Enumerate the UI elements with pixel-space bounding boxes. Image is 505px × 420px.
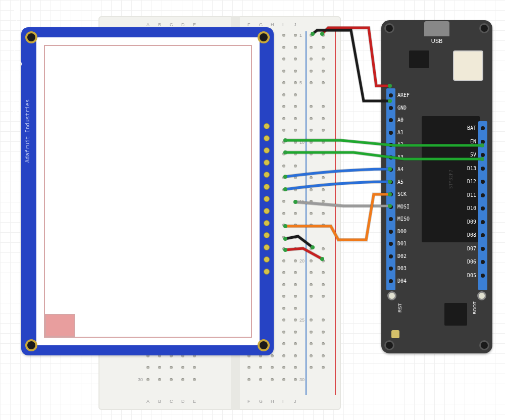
mounting-hole bbox=[258, 339, 270, 351]
mcu-pin-label: A1 bbox=[397, 130, 403, 135]
mcu-pin-label: A2 bbox=[397, 142, 403, 147]
chip-label: STM32F7 bbox=[448, 170, 453, 189]
mcu-pin-d11 bbox=[481, 193, 485, 197]
mcu-pin-d02 bbox=[389, 254, 393, 258]
bb-row-label: 5 bbox=[299, 80, 302, 85]
mcu-mounting-hole bbox=[479, 23, 489, 33]
mcu-mounting-hole bbox=[479, 340, 489, 350]
mcu-small-chip bbox=[409, 50, 429, 68]
eink-pin-3v3 bbox=[264, 244, 270, 250]
mcu-pin-label: MOSI bbox=[397, 204, 410, 209]
mcu-pin-label: D05 bbox=[467, 273, 476, 278]
eink-pin-label: VIN bbox=[254, 262, 259, 282]
mcu-right-header bbox=[478, 121, 487, 290]
mcu-pin-label: D11 bbox=[467, 192, 476, 198]
mcu-pin-5v bbox=[481, 153, 485, 157]
mcu-pin-gnd bbox=[389, 106, 393, 110]
usb-connector bbox=[424, 21, 449, 36]
mounting-hole bbox=[258, 31, 270, 43]
usb-label: USB bbox=[431, 38, 443, 44]
eink-title: 2.7" Diagonal E-Ink Display bbox=[10, 0, 22, 115]
mcu-board: USB STM32F7 AREFGNDA0A1A2A3A4A5SCKMOSIMI… bbox=[381, 20, 492, 353]
eink-pin-ecs bbox=[264, 196, 270, 202]
boot-button[interactable] bbox=[477, 291, 486, 300]
mcu-pin-mosi bbox=[389, 205, 393, 209]
mcu-pin-d04 bbox=[389, 279, 393, 283]
mcu-pin-label: A0 bbox=[397, 117, 403, 123]
mcu-pin-label: D00 bbox=[397, 229, 407, 234]
bb-row-label: 1 bbox=[299, 33, 302, 38]
mcu-pin-label: D10 bbox=[467, 205, 476, 211]
eink-pin-gnd bbox=[264, 256, 270, 262]
bb-row-label: 15 bbox=[299, 199, 305, 204]
mcu-pin-d07 bbox=[481, 247, 485, 251]
eink-pin-csk bbox=[264, 232, 270, 238]
eink-pin-busy bbox=[264, 135, 270, 141]
eink-subtitle: Adafruit Industries bbox=[24, 99, 31, 163]
mcu-pin-label: 5V bbox=[470, 152, 476, 158]
mcu-pin-label: AREF bbox=[397, 92, 410, 98]
mcu-pin-a3 bbox=[389, 155, 393, 160]
rst-label: RST bbox=[397, 303, 402, 312]
mcu-pin-label: D03 bbox=[397, 266, 407, 271]
bb-row-label: 25 bbox=[299, 318, 305, 323]
mcu-pin-label: A5 bbox=[397, 179, 403, 185]
mcu-pin-a4 bbox=[389, 168, 393, 172]
rst-button[interactable] bbox=[387, 291, 396, 300]
mcu-mounting-hole bbox=[384, 340, 394, 350]
mcu-pin-aref bbox=[389, 93, 393, 97]
mcu-pin-label: D08 bbox=[467, 232, 476, 238]
mcu-pin-bat bbox=[481, 126, 485, 130]
mcu-pin-en bbox=[481, 140, 485, 144]
mcu-pin-label: BAT bbox=[467, 125, 476, 131]
mcu-pin-label: D07 bbox=[467, 246, 476, 251]
mcu-pin-d05 bbox=[481, 274, 485, 278]
mcu-pin-label: MISO bbox=[397, 216, 410, 222]
mcu-pin-a5 bbox=[389, 180, 393, 184]
eink-pin-mosi bbox=[264, 208, 270, 214]
eink-corner-notch bbox=[45, 314, 75, 337]
eink-display-board: 2.7" Diagonal E-Ink Display Adafruit Ind… bbox=[21, 27, 274, 355]
eink-pin-srcs bbox=[264, 172, 270, 178]
eink-pin-dc bbox=[264, 184, 270, 190]
mcu-pin-label: GND bbox=[397, 105, 407, 111]
mcu-pin-label: D01 bbox=[397, 241, 407, 246]
mcu-pin-d00 bbox=[389, 230, 393, 234]
mcu-pin-a1 bbox=[389, 131, 393, 135]
boot-label: BOOT bbox=[472, 301, 477, 314]
mcu-pin-label: D06 bbox=[467, 259, 476, 265]
mcu-bottom-chip bbox=[444, 303, 467, 326]
mcu-mounting-hole bbox=[384, 23, 394, 33]
mcu-antenna-connector bbox=[391, 330, 399, 338]
mcu-pin-label: SCK bbox=[397, 191, 407, 197]
mcu-pin-label: D09 bbox=[467, 219, 476, 225]
bb-row-label: 30 bbox=[299, 377, 305, 382]
mcu-pin-label: A3 bbox=[397, 154, 403, 160]
mcu-pin-d01 bbox=[389, 242, 393, 246]
mcu-pin-label: A4 bbox=[397, 167, 403, 172]
eink-pin-rst bbox=[264, 147, 270, 153]
mcu-pin-label: D13 bbox=[467, 166, 476, 171]
mcu-pin-label: D02 bbox=[397, 253, 407, 259]
bb-row-label: 20 bbox=[299, 258, 305, 264]
mcu-pin-label: D12 bbox=[467, 179, 476, 184]
mcu-pin-d09 bbox=[481, 220, 485, 224]
eink-pin-miso bbox=[264, 220, 270, 226]
bb-row-label: 30 bbox=[138, 377, 143, 382]
mcu-pin-d10 bbox=[481, 206, 485, 211]
mcu-pin-label: EN bbox=[470, 139, 476, 144]
mounting-hole bbox=[25, 339, 37, 351]
mcu-pin-d03 bbox=[389, 267, 393, 271]
mcu-pin-a2 bbox=[389, 143, 393, 147]
mcu-pin-d12 bbox=[481, 180, 485, 184]
mcu-pin-sck bbox=[389, 192, 393, 196]
eink-pin-ena bbox=[264, 123, 270, 129]
mcu-pin-label: D04 bbox=[397, 278, 407, 284]
eink-pin-sdcs bbox=[264, 160, 270, 166]
eink-bezel bbox=[36, 37, 260, 345]
mcu-pin-d06 bbox=[481, 260, 485, 264]
eink-screen bbox=[44, 45, 252, 338]
eink-pin-vin bbox=[264, 269, 270, 275]
mcu-pin-a0 bbox=[389, 118, 393, 122]
mcu-pin-d13 bbox=[481, 167, 485, 171]
